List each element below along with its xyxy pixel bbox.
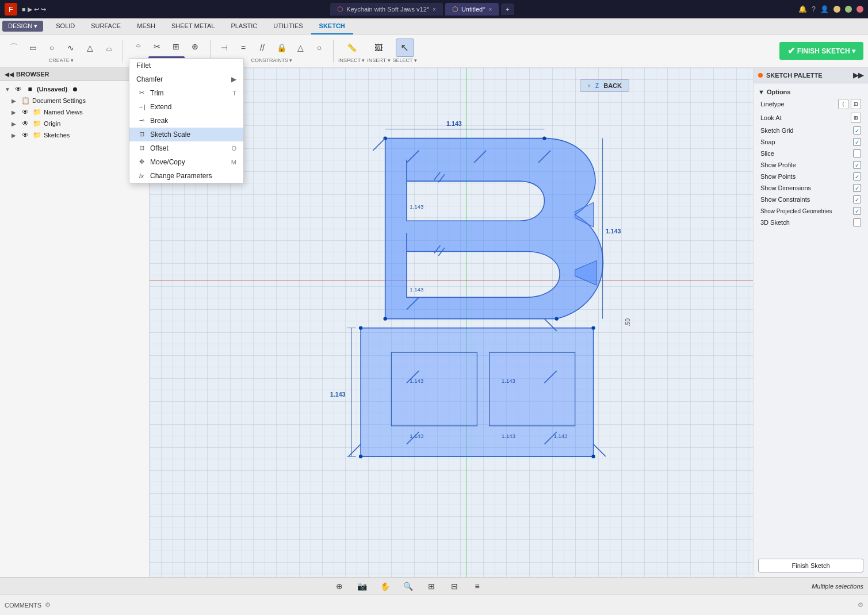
line-tool[interactable]: ⌒ — [5, 39, 23, 57]
tree-item-unsaved[interactable]: ▼ 👁 ■ (Unsaved) ⏺ — [0, 83, 149, 95]
svg-line-37 — [594, 444, 606, 456]
tab-utilities[interactable]: UTILITIES — [265, 18, 311, 34]
window-minimize[interactable] — [833, 6, 840, 13]
design-dropdown-btn[interactable]: DESIGN ▾ — [2, 21, 43, 32]
comments-expand-icon[interactable]: ⚙ — [45, 601, 51, 609]
comments-settings-icon[interactable]: ⚙ — [858, 601, 863, 609]
tab-plastic[interactable]: PLASTIC — [223, 18, 265, 34]
bottom-zoom-icon[interactable]: 🔍 — [399, 577, 418, 595]
tree-item-named-views[interactable]: ▶ 👁 📁 Named Views — [0, 106, 149, 118]
bottom-table-icon[interactable]: ⊟ — [445, 577, 464, 595]
inspect-label[interactable]: INSPECT ▾ — [338, 57, 365, 63]
offset-tool[interactable]: ⊞ — [167, 37, 185, 56]
bottom-camera-icon[interactable]: 📷 — [353, 577, 372, 595]
slice-checkbox[interactable] — [853, 149, 861, 157]
palette-options-header[interactable]: ▼ Options — [754, 87, 868, 97]
constraint-6[interactable]: ○ — [310, 39, 328, 57]
tab-add[interactable]: + — [501, 3, 514, 15]
constraint-2[interactable]: = — [234, 39, 253, 57]
question-icon[interactable]: ? — [812, 5, 816, 13]
palette-slice-row: Slice — [754, 148, 868, 159]
menu-move-copy[interactable]: ✥Move/Copy M — [129, 155, 243, 169]
menu-fillet[interactable]: Fillet — [129, 59, 243, 72]
constraint-5[interactable]: △ — [291, 39, 309, 57]
showdim-checkbox[interactable]: ✓ — [853, 184, 861, 192]
bottom-grid-icon[interactable]: ⊞ — [422, 577, 441, 595]
snap-checkbox[interactable]: ✓ — [853, 138, 861, 146]
menu-extend[interactable]: →|Extend — [129, 100, 243, 114]
select-tool[interactable]: ↖ — [396, 39, 414, 57]
tab-untitled-label: Untitled* — [461, 6, 485, 13]
constraint-3[interactable]: // — [253, 39, 272, 57]
fillet-tool[interactable]: ⌔ — [129, 37, 147, 56]
arc-tool[interactable]: ⌓ — [100, 39, 118, 57]
linetype-icon-1[interactable]: ⟨ — [838, 99, 848, 109]
move-tool[interactable]: ⊕ — [186, 37, 204, 56]
finish-sketch-btn[interactable]: ✔ FINISH SKETCH ▾ — [779, 42, 863, 60]
select-label[interactable]: SELECT ▾ — [393, 57, 417, 63]
showpoints-checkbox[interactable]: ✓ — [853, 172, 861, 180]
bottom-bar-center: ⊕ 📷 ✋ 🔍 ⊞ ⊟ ≡ — [330, 577, 487, 595]
constraint-1[interactable]: ⊣ — [215, 39, 234, 57]
bottom-menu-icon[interactable]: ≡ — [468, 577, 487, 595]
bottom-orbit-icon[interactable]: ⊕ — [330, 577, 349, 595]
circle-tool[interactable]: ○ — [43, 39, 61, 57]
3dsketch-checkbox[interactable] — [853, 218, 861, 226]
rect-tool[interactable]: ▭ — [24, 39, 42, 57]
sketchgrid-checkbox[interactable]: ✓ — [853, 126, 861, 134]
tree-item-doc-settings[interactable]: ▶ 📋 Document Settings — [0, 95, 149, 106]
constraint-4[interactable]: 🔒 — [272, 39, 290, 57]
tree-expand-origin[interactable]: ▶ — [12, 121, 18, 127]
tab-keychain[interactable]: ⬡ Keychain with Soft Jaws v12* × — [330, 3, 443, 16]
constraints-label[interactable]: CONSTRAINTS ▾ — [251, 57, 292, 63]
window-maximize[interactable] — [845, 6, 852, 13]
tree-item-origin[interactable]: ▶ 👁 📁 Origin — [0, 118, 149, 129]
showconstraints-label: Show Constraints — [760, 196, 853, 203]
insert-label[interactable]: INSERT ▾ — [367, 57, 390, 63]
palette-expand-icon[interactable]: ▶▶ — [853, 71, 863, 79]
window-close[interactable] — [856, 6, 863, 13]
tab-sheet-metal[interactable]: SHEET METAL — [163, 18, 223, 34]
tree-record-icon[interactable]: ⏺ — [72, 86, 78, 93]
menu-change-params[interactable]: fxChange Parameters — [129, 169, 243, 183]
inspect-tool[interactable]: 📏 — [342, 39, 361, 57]
showprojected-checkbox[interactable]: ✓ — [853, 207, 861, 215]
tab-close-untitled[interactable]: × — [488, 6, 492, 13]
app-icon[interactable]: F — [5, 3, 17, 16]
tree-expand-sketches[interactable]: ▶ — [12, 132, 18, 139]
svg-text:1.143: 1.143 — [330, 391, 346, 398]
menu-break[interactable]: ⊸Break — [129, 114, 243, 128]
browser-collapse-icon[interactable]: ◀◀ — [5, 71, 14, 78]
tree-folder-icon-origin: 📁 — [32, 119, 41, 128]
showconstraints-checkbox[interactable]: ✓ — [853, 195, 861, 203]
tree-expand-views[interactable]: ▶ — [12, 109, 18, 116]
spline-tool[interactable]: ∿ — [62, 39, 80, 57]
tab-untitled[interactable]: ⬡ Untitled* × — [445, 3, 499, 16]
lookat-icon[interactable]: ⊞ — [851, 113, 861, 123]
polygon-tool[interactable]: △ — [81, 39, 99, 57]
finish-sketch-palette-btn[interactable]: Finish Sketch — [758, 559, 863, 572]
menu-offset[interactable]: ⊟Offset O — [129, 141, 243, 155]
menu-trim[interactable]: ✂Trim T — [129, 86, 243, 100]
tab-solid[interactable]: SOLID — [48, 18, 83, 34]
svg-text:1.143: 1.143 — [410, 203, 423, 210]
svg-point-13 — [383, 317, 387, 320]
notification-icon[interactable]: 🔔 — [798, 5, 807, 13]
tab-mesh[interactable]: MESH — [129, 18, 163, 34]
tab-surface[interactable]: SURFACE — [83, 18, 129, 34]
user-icon[interactable]: 👤 — [820, 5, 829, 13]
tree-expand-unsaved[interactable]: ▼ — [5, 86, 12, 93]
tab-sketch[interactable]: SKETCH — [311, 18, 353, 34]
bottom-pan-icon[interactable]: ✋ — [376, 577, 395, 595]
tree-item-sketches[interactable]: ▶ 👁 📁 Sketches — [0, 129, 149, 141]
trim-tool[interactable]: ✂ — [148, 37, 166, 56]
menu-chamfer[interactable]: Chamfer ▶ — [129, 72, 243, 86]
menu-sketch-scale[interactable]: ⊡Sketch Scale — [129, 128, 243, 141]
inspect-icons: 📏 — [342, 39, 361, 57]
tab-close-keychain[interactable]: × — [433, 6, 436, 13]
tree-folder-icon-sketches: 📁 — [32, 130, 41, 140]
tree-expand-doc[interactable]: ▶ — [12, 98, 18, 104]
insert-tool[interactable]: 🖼 — [369, 39, 388, 57]
linetype-icon-2[interactable]: ⊡ — [851, 99, 861, 109]
showprofile-checkbox[interactable]: ✓ — [853, 161, 861, 169]
